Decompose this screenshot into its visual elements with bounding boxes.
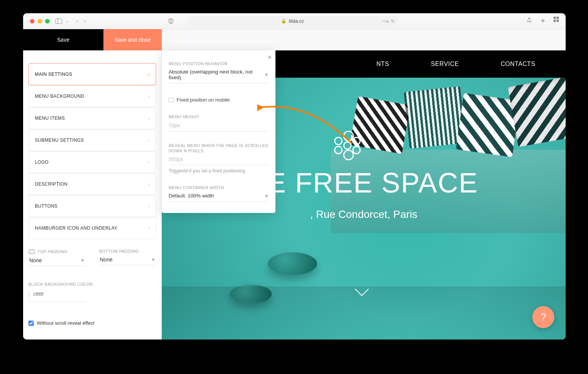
- checkbox[interactable]: [169, 97, 174, 102]
- accordion-label: BUTTONS: [35, 203, 58, 209]
- chevron-right-icon: ›: [148, 137, 150, 143]
- top-buttons: Save Save and close: [23, 29, 566, 50]
- block-bg-row: [28, 289, 85, 302]
- url-bar[interactable]: 🔒 tilda.cc ⤳ᴀ ↻: [188, 16, 398, 26]
- bottom-padding-col: BOTTOM PADDING None ▼: [99, 249, 156, 266]
- minimize-window-button[interactable]: [38, 19, 42, 23]
- accordion-hamburger[interactable]: HAMBURGER ICON AND UNDERLAY ›: [28, 217, 156, 239]
- nav-arrows: ‹ ›: [76, 17, 86, 25]
- nav-item[interactable]: NTS: [376, 61, 389, 67]
- save-button[interactable]: Save: [23, 29, 103, 50]
- window-controls: [30, 19, 50, 23]
- bg-hex-input[interactable]: [33, 291, 97, 297]
- label-text: BOTTOM PADDING: [99, 249, 139, 254]
- reveal-pixels-input[interactable]: [169, 153, 269, 165]
- chevron-right-icon: ›: [148, 159, 150, 165]
- back-button[interactable]: ‹: [76, 17, 78, 25]
- triangle-down-icon: ▼: [151, 257, 155, 262]
- label-text: TOP PADDING: [38, 249, 67, 254]
- position-behavior-label: MENU POSITION BEHAVIOR: [169, 61, 269, 66]
- nav-item[interactable]: CONTACTS: [500, 61, 535, 67]
- accordion-label: MENU BACKGROUND: [35, 94, 84, 99]
- bottom-padding-label: BOTTOM PADDING: [99, 249, 156, 254]
- scroll-reveal-checkbox-row[interactable]: Without scroll reveal effect: [28, 320, 156, 326]
- accordion-label: DESCRIPTION: [35, 182, 67, 187]
- sidebar-toggle-button[interactable]: [55, 17, 63, 25]
- forward-button[interactable]: ›: [84, 17, 86, 25]
- url-text: tilda.cc: [289, 18, 304, 24]
- select-value: Default. 100% width: [169, 193, 214, 199]
- padding-icon: [28, 249, 35, 254]
- position-behavior-select[interactable]: Absolute (overlapping next block, not fi…: [169, 66, 269, 83]
- bottom-padding-select[interactable]: None ▼: [99, 254, 156, 265]
- reveal-helper-text: Triggered if you set a fixed positioning: [169, 168, 269, 174]
- accordion-logo[interactable]: LOGO ›: [28, 151, 156, 173]
- menu-height-input[interactable]: [169, 120, 269, 131]
- reveal-label: REVEAL MENU WHEN THE PAGE IS SCROLLED DO…: [169, 143, 269, 154]
- menu-height-label: MENU HEIGHT: [169, 114, 269, 119]
- save-and-close-button[interactable]: Save and close: [103, 29, 162, 50]
- accordion-label: HAMBURGER ICON AND UNDERLAY: [35, 225, 117, 231]
- container-width-select[interactable]: Default. 100% width ▼: [169, 190, 269, 202]
- select-value: None: [29, 257, 42, 263]
- main-settings-popover: × MENU POSITION BEHAVIOR Absolute (overl…: [162, 50, 275, 213]
- checkbox-label: Without scroll reveal effect: [37, 320, 94, 326]
- triangle-down-icon: ▼: [264, 72, 269, 77]
- color-swatch[interactable]: [28, 289, 29, 299]
- sidebar-dropdown-icon[interactable]: ⌄: [66, 19, 69, 23]
- top-padding-select[interactable]: None ▼: [28, 254, 86, 266]
- accordion-main-settings[interactable]: MAIN SETTINGS ‹: [28, 63, 156, 85]
- chevron-right-icon: ›: [148, 115, 150, 121]
- accordion-label: MENU ITEMS: [35, 116, 65, 121]
- triangle-down-icon: ▼: [81, 258, 85, 263]
- scroll-reveal-checkbox[interactable]: [28, 321, 34, 326]
- close-window-button[interactable]: [30, 19, 34, 23]
- checkbox-label: Fixed position on mobile: [177, 97, 230, 103]
- chevron-right-icon: ›: [148, 181, 150, 187]
- tabs-overview-button[interactable]: [554, 17, 559, 25]
- scroll-down-icon[interactable]: [357, 284, 371, 298]
- select-value: Absolute (overlapping next block, not fi…: [169, 69, 264, 80]
- chevron-right-icon: ›: [148, 203, 150, 209]
- browser-toolbar: ⌄ ‹ › 🔒 tilda.cc ⤳ᴀ ↻ +: [23, 13, 566, 29]
- top-padding-col: TOP PADDING None ▼: [28, 249, 86, 266]
- triangle-down-icon: ▼: [264, 194, 269, 198]
- close-button[interactable]: ×: [267, 53, 272, 61]
- select-value: None: [100, 257, 113, 263]
- chevron-right-icon: ›: [148, 93, 150, 99]
- fixed-mobile-checkbox-row[interactable]: Fixed position on mobile: [169, 97, 269, 103]
- content-area: Save Save and close MAIN SETTINGS ‹ MENU…: [23, 29, 566, 340]
- nav-item[interactable]: SERVICE: [431, 61, 459, 67]
- maximize-window-button[interactable]: [45, 19, 50, 23]
- accordion-label: LOGO: [35, 160, 48, 165]
- block-bg-label: BLOCK BACKGROUND COLOR: [28, 282, 156, 286]
- browser-window: ⌄ ‹ › 🔒 tilda.cc ⤳ᴀ ↻ +: [23, 13, 566, 340]
- chevron-left-icon: ‹: [148, 71, 150, 77]
- top-padding-label: TOP PADDING: [28, 249, 86, 254]
- share-icon[interactable]: [526, 17, 532, 25]
- chevron-right-icon: ›: [148, 225, 150, 231]
- accordion-description[interactable]: DESCRIPTION ›: [28, 173, 156, 195]
- translate-icon[interactable]: ⤳ᴀ: [382, 19, 389, 24]
- accordion-menu-items[interactable]: MENU ITEMS ›: [28, 107, 156, 129]
- container-width-label: MENU CONTAINER WIDTH: [169, 185, 269, 190]
- url-bar-right-icons: ⤳ᴀ ↻: [382, 19, 395, 24]
- toolbar-right: +: [526, 17, 559, 25]
- settings-panel: MAIN SETTINGS ‹ MENU BACKGROUND › MENU I…: [23, 50, 162, 340]
- accordion-menu-background[interactable]: MENU BACKGROUND ›: [28, 85, 156, 107]
- accordion-label: MAIN SETTINGS: [35, 72, 72, 77]
- new-tab-button[interactable]: +: [541, 17, 545, 25]
- padding-row: TOP PADDING None ▼ BOTTOM PADDING None ▼: [28, 249, 156, 266]
- accordion-label: SUBMENU SETTINGS: [35, 138, 84, 143]
- help-button[interactable]: ?: [532, 306, 554, 328]
- stool-graphic: [268, 252, 317, 275]
- shield-icon[interactable]: [167, 17, 175, 25]
- accordion-buttons[interactable]: BUTTONS ›: [28, 195, 156, 217]
- reload-icon[interactable]: ↻: [391, 19, 395, 24]
- accordion-submenu-settings[interactable]: SUBMENU SETTINGS ›: [28, 129, 156, 151]
- cafe-logo-icon: [333, 131, 362, 160]
- lock-icon: 🔒: [281, 19, 286, 23]
